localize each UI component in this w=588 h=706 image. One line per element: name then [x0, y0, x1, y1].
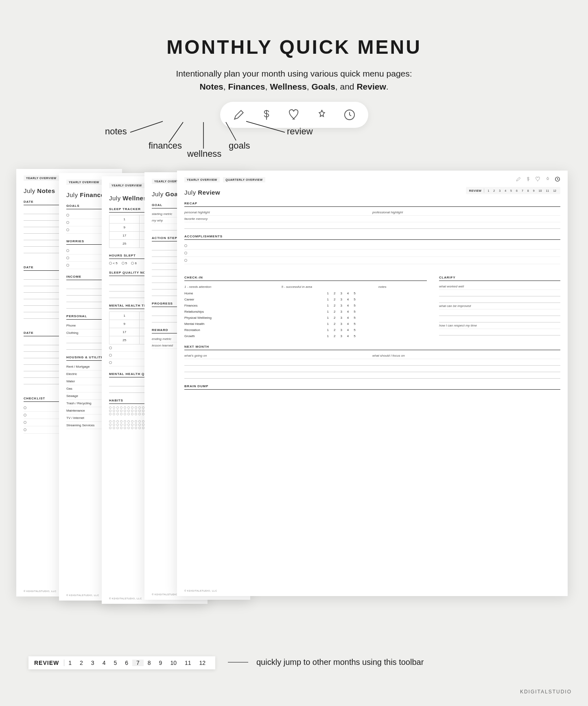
checkin-row: Home12345 — [184, 290, 427, 296]
month-3[interactable]: 3 — [87, 660, 98, 666]
page-title: MONTHLY QUICK MENU — [0, 0, 588, 58]
month-4[interactable]: 4 — [504, 189, 507, 192]
label-wellness: wellness — [187, 149, 221, 159]
page-subtitle: Intentionally plan your month using vari… — [0, 67, 588, 93]
pages-stack: YEARLY OVERVIEW July Notes DATE DATE DAT… — [16, 169, 572, 653]
month-2[interactable]: 2 — [76, 660, 87, 666]
month-12[interactable]: 12 — [552, 189, 557, 192]
heart-icon — [287, 107, 302, 122]
tab-quarterly-overview[interactable]: QUARTERLY OVERVIEW — [223, 177, 265, 182]
month-11[interactable]: 11 — [545, 189, 550, 192]
label-goals: goals — [229, 140, 250, 151]
tab-yearly-overview[interactable]: YEARLY OVERVIEW — [184, 177, 220, 182]
checkin-row: Finances12345 — [184, 303, 427, 309]
checkin-row: Growth12345 — [184, 333, 427, 339]
heart-icon[interactable] — [535, 176, 541, 183]
label-finances: finances — [149, 140, 182, 151]
month-1[interactable]: 1 — [487, 189, 490, 192]
month-6[interactable]: 6 — [121, 660, 132, 666]
dollar-icon — [259, 107, 274, 122]
page-review: YEARLY OVERVIEW QUARTERLY OVERVIEW REVIE… — [177, 171, 568, 596]
checkin-row: Career12345 — [184, 296, 427, 303]
month-9[interactable]: 9 — [155, 660, 166, 666]
tab-yearly-overview[interactable]: YEARLY OVERVIEW — [24, 175, 59, 181]
svg-line-2 — [169, 122, 183, 143]
month-9[interactable]: 9 — [532, 189, 536, 192]
dollar-icon[interactable] — [525, 176, 531, 183]
label-review: review — [287, 126, 313, 137]
month-toolbar-closeup: REVIEW 1 2 3 4 5 6 7 8 9 10 11 12 — [28, 656, 215, 669]
month-12[interactable]: 12 — [195, 660, 210, 666]
month-10[interactable]: 10 — [166, 660, 181, 666]
pencil-icon — [232, 107, 246, 122]
toolbar-caption: quickly jump to other months using this … — [228, 658, 424, 667]
svg-line-1 — [130, 121, 163, 132]
month-8[interactable]: 8 — [144, 660, 155, 666]
month-4[interactable]: 4 — [98, 660, 110, 666]
month-5[interactable]: 5 — [109, 660, 121, 666]
month-5[interactable]: 5 — [509, 189, 513, 192]
star-icon[interactable] — [545, 176, 551, 183]
checkin-row: Relationships12345 — [184, 309, 427, 315]
month-7[interactable]: 7 — [521, 189, 524, 192]
label-notes: notes — [105, 126, 127, 137]
checkin-row: Physical Wellbeing12345 — [184, 315, 427, 321]
month-1[interactable]: 1 — [64, 660, 76, 666]
month-7[interactable]: 7 — [132, 660, 144, 666]
credit: KDIGITALSTUDIO — [520, 689, 572, 695]
month-11[interactable]: 11 — [181, 660, 195, 666]
clock-icon — [342, 107, 357, 122]
quick-menu-iconbar — [220, 102, 368, 128]
month-10[interactable]: 10 — [538, 189, 543, 192]
clock-icon[interactable] — [555, 176, 560, 183]
month-8[interactable]: 8 — [527, 189, 530, 192]
month-2[interactable]: 2 — [492, 189, 496, 192]
pencil-icon[interactable] — [516, 176, 521, 183]
checkin-row: Recreation12345 — [184, 327, 427, 333]
month-6[interactable]: 6 — [515, 189, 518, 192]
quick-menu-icons — [516, 176, 560, 183]
tab-yearly-overview[interactable]: YEARLY OVERVIEW — [109, 183, 144, 188]
month-toolbar: REVIEW 1 2 3 4 5 6 7 8 9 10 11 12 — [466, 187, 560, 194]
tab-yearly-overview[interactable]: YEARLY OVERVIEW — [66, 180, 102, 185]
month-3[interactable]: 3 — [498, 189, 501, 192]
checkin-row: Mental Health12345 — [184, 321, 427, 327]
star-icon — [315, 107, 329, 122]
